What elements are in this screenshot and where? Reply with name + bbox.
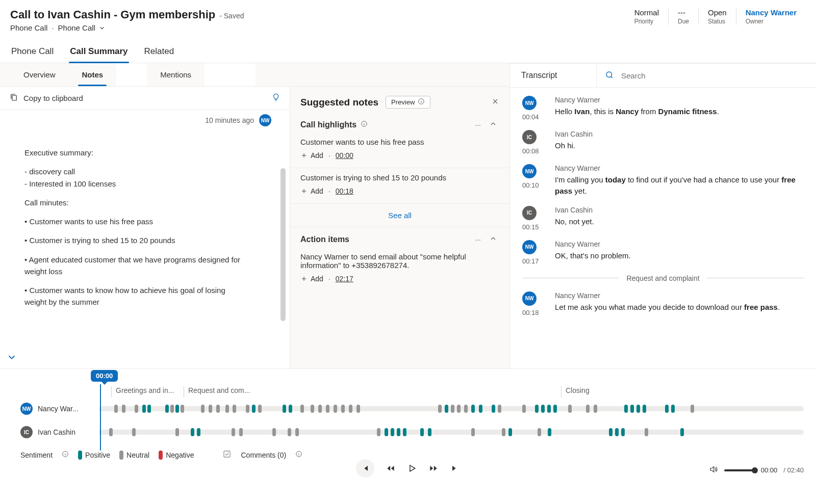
sentiment-tick[interactable] bbox=[680, 428, 684, 436]
sentiment-tick[interactable] bbox=[147, 405, 151, 413]
chevron-up-icon[interactable] bbox=[487, 120, 499, 129]
sentiment-tick[interactable] bbox=[671, 405, 675, 413]
see-all-button[interactable]: See all bbox=[290, 204, 509, 227]
transcript-body[interactable]: NW 00:04 Nancy Warner Hello Ivan, this i… bbox=[510, 88, 816, 368]
sentiment-tick[interactable] bbox=[197, 428, 200, 436]
copy-to-clipboard-button[interactable]: Copy to clipboard bbox=[9, 93, 83, 103]
notes-body-scroll[interactable]: Executive summary: - discovery call- Int… bbox=[0, 138, 290, 368]
add-button[interactable]: Add bbox=[300, 151, 323, 160]
subtab-notes[interactable]: Notes bbox=[69, 63, 117, 86]
sentiment-tick[interactable] bbox=[175, 405, 179, 413]
close-icon[interactable] bbox=[491, 97, 499, 107]
sentiment-tick[interactable] bbox=[471, 405, 475, 413]
sentiment-tick[interactable] bbox=[216, 405, 220, 413]
sentiment-tick[interactable] bbox=[541, 405, 545, 413]
preview-pill[interactable]: Preview bbox=[386, 96, 430, 109]
sentiment-tick[interactable] bbox=[691, 405, 694, 413]
tab-related[interactable]: Related bbox=[143, 42, 175, 63]
due-field[interactable]: --- Due bbox=[668, 8, 698, 25]
timestamp-link[interactable]: 02:17 bbox=[336, 275, 353, 283]
sentiment-tick[interactable] bbox=[586, 405, 590, 413]
transcript-row[interactable]: NW 00:17 Nancy Warner OK, that's no prob… bbox=[522, 240, 804, 265]
add-button[interactable]: Add bbox=[300, 275, 323, 283]
collapse-chevron-icon[interactable] bbox=[6, 352, 17, 364]
info-icon[interactable] bbox=[62, 450, 69, 459]
sentiment-tick[interactable] bbox=[233, 405, 236, 413]
sentiment-tick[interactable] bbox=[508, 428, 512, 436]
play-icon[interactable] bbox=[407, 463, 417, 473]
forward-icon[interactable] bbox=[428, 463, 439, 473]
sentiment-tick[interactable] bbox=[538, 428, 541, 436]
timestamp-link[interactable]: 00:00 bbox=[336, 151, 353, 160]
status-field[interactable]: Open Status bbox=[698, 8, 736, 25]
sentiment-tick[interactable] bbox=[457, 405, 461, 413]
sentiment-tick[interactable] bbox=[326, 405, 329, 413]
sentiment-tick[interactable] bbox=[624, 405, 628, 413]
sentiment-tick[interactable] bbox=[283, 405, 286, 413]
sentiment-tick[interactable] bbox=[502, 428, 505, 436]
sentiment-tick[interactable] bbox=[498, 405, 501, 413]
sentiment-tick[interactable] bbox=[232, 428, 235, 436]
sentiment-tick[interactable] bbox=[318, 405, 322, 413]
sentiment-tick[interactable] bbox=[201, 405, 205, 413]
playhead-marker[interactable]: 00:00 bbox=[91, 370, 118, 382]
sentiment-tick[interactable] bbox=[258, 405, 262, 413]
sentiment-tick[interactable] bbox=[397, 428, 400, 436]
sentiment-tick[interactable] bbox=[479, 405, 482, 413]
sentiment-tick[interactable] bbox=[438, 405, 442, 413]
sentiment-tick[interactable] bbox=[334, 405, 337, 413]
volume-slider[interactable] bbox=[724, 469, 755, 471]
segment-label[interactable]: Request and com... bbox=[184, 386, 439, 397]
subtab-mentions[interactable]: Mentions bbox=[147, 63, 205, 86]
tab-call-summary[interactable]: Call Summary bbox=[69, 42, 129, 63]
sentiment-tick[interactable] bbox=[272, 428, 276, 436]
sentiment-tick[interactable] bbox=[170, 405, 174, 413]
sentiment-tick[interactable] bbox=[175, 428, 179, 436]
add-button[interactable]: Add bbox=[300, 187, 323, 195]
lightbulb-icon[interactable] bbox=[271, 93, 280, 103]
segment-label[interactable]: Closing bbox=[561, 386, 765, 397]
sentiment-tick[interactable] bbox=[645, 428, 648, 436]
sentiment-tick[interactable] bbox=[181, 405, 184, 413]
transcript-row[interactable]: NW 00:18 Nancy Warner Let me ask you wha… bbox=[522, 291, 804, 316]
skip-start-icon[interactable] bbox=[356, 459, 374, 478]
sentiment-tick[interactable] bbox=[114, 405, 118, 413]
info-icon[interactable] bbox=[295, 450, 302, 459]
sentiment-tick[interactable] bbox=[568, 405, 572, 413]
sentiment-tick[interactable] bbox=[594, 405, 597, 413]
owner-field[interactable]: Nancy Warner Owner bbox=[736, 8, 806, 25]
sentiment-tick[interactable] bbox=[621, 428, 625, 436]
subtab-overview[interactable]: Overview bbox=[10, 63, 69, 86]
timestamp-link[interactable]: 00:18 bbox=[336, 187, 353, 195]
checkbox-icon[interactable] bbox=[222, 449, 232, 460]
sentiment-tick[interactable] bbox=[428, 428, 431, 436]
sentiment-tick[interactable] bbox=[615, 428, 619, 436]
more-icon[interactable]: ··· bbox=[473, 235, 483, 244]
sentiment-tick[interactable] bbox=[135, 405, 138, 413]
tab-phone-call[interactable]: Phone Call bbox=[10, 42, 55, 63]
chevron-up-icon[interactable] bbox=[487, 234, 499, 244]
sentiment-tick[interactable] bbox=[420, 428, 424, 436]
priority-field[interactable]: Normal Priority bbox=[625, 8, 668, 25]
sentiment-tick[interactable] bbox=[464, 405, 468, 413]
sentiment-tick[interactable] bbox=[522, 405, 526, 413]
skip-end-icon[interactable] bbox=[450, 463, 460, 473]
sentiment-tick[interactable] bbox=[535, 405, 539, 413]
sentiment-tick[interactable] bbox=[239, 428, 243, 436]
sentiment-tick[interactable] bbox=[109, 428, 113, 436]
rewind-icon[interactable] bbox=[386, 463, 396, 473]
sentiment-track[interactable] bbox=[99, 430, 804, 435]
segment-label[interactable]: Greetings and in... bbox=[111, 386, 183, 397]
sentiment-tick[interactable] bbox=[385, 428, 388, 436]
sentiment-tick[interactable] bbox=[445, 405, 448, 413]
sentiment-tick[interactable] bbox=[165, 405, 169, 413]
sentiment-tick[interactable] bbox=[451, 405, 454, 413]
sentiment-tick[interactable] bbox=[643, 405, 646, 413]
sentiment-tick[interactable] bbox=[665, 405, 669, 413]
breadcrumb-form[interactable]: Phone Call bbox=[58, 23, 105, 32]
sentiment-tick[interactable] bbox=[209, 405, 212, 413]
search-input[interactable] bbox=[619, 65, 808, 86]
breadcrumb-entity[interactable]: Phone Call bbox=[10, 23, 47, 32]
sentiment-tick[interactable] bbox=[246, 405, 249, 413]
transcript-row[interactable]: IC 00:08 Ivan Cashin Oh hi. bbox=[522, 130, 804, 155]
